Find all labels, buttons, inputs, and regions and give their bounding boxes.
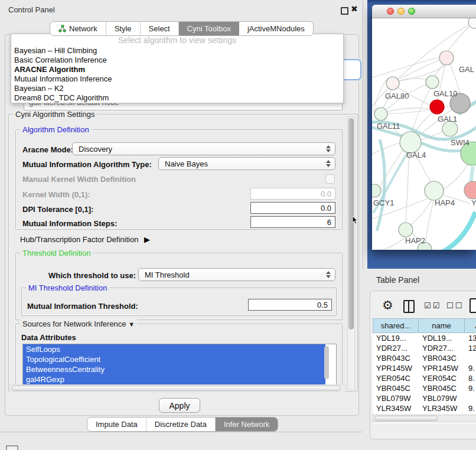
table-row[interactable]: YBR045C YBR045C 9.	[373, 383, 476, 393]
settings-horizontal-scrollbar[interactable]	[9, 384, 346, 392]
cell[interactable]: YBR043C	[419, 353, 465, 363]
tab-impute-data[interactable]: Impute Data	[87, 418, 146, 431]
columns-icon[interactable]	[403, 300, 415, 313]
node-gal80[interactable]	[386, 77, 399, 90]
tab-jactivemnodules[interactable]: jActiveMNodules	[239, 22, 313, 35]
tab-infer-network[interactable]: Infer Network	[216, 418, 278, 431]
tab-select[interactable]: Select	[141, 22, 179, 35]
export-table-icon[interactable]	[470, 298, 476, 313]
table-row[interactable]: YDR27... YDR27... 12	[373, 343, 476, 353]
cell[interactable]: 9.	[465, 363, 476, 373]
network-canvas[interactable]: GAL GAL80 GAL10 GAL1 GAL11 SWI4 GAL4 GCY…	[372, 18, 476, 250]
close-traffic-light[interactable]	[387, 8, 394, 15]
tab-discretize-data[interactable]: Discretize Data	[146, 418, 216, 431]
cell[interactable]: YBR045C	[373, 383, 419, 393]
network-window-titlebar[interactable]	[372, 5, 476, 18]
cell[interactable]: YBL079W	[419, 393, 465, 403]
deselect-all-checkboxes-icon[interactable]: ☐☐	[446, 301, 464, 310]
settings-hscroll-thumb[interactable]	[11, 386, 341, 391]
cell[interactable]: YDR27...	[419, 343, 465, 353]
gear-icon[interactable]: ⚙	[382, 299, 393, 311]
cell[interactable]: 12	[465, 343, 476, 353]
manual-kernel-checkbox[interactable]	[325, 174, 335, 184]
table-row[interactable]: YBL079W YBL079W	[373, 393, 476, 403]
settings-vertical-scrollbar[interactable]	[347, 116, 355, 390]
column-header[interactable]: A	[465, 318, 476, 333]
node-gal4[interactable]	[400, 132, 421, 153]
node-gcy1[interactable]	[372, 184, 381, 197]
table-hscroll-thumb[interactable]	[374, 416, 438, 421]
sources-title[interactable]: Sources for Network Inference ▼	[20, 319, 137, 328]
tab-cyni-toolbox[interactable]: Cyni Toolbox	[179, 22, 239, 35]
table-row[interactable]: YDL19... YDL19... 13	[373, 333, 476, 343]
tab-style-label: Style	[115, 24, 132, 33]
cell[interactable]: YBL079W	[373, 393, 419, 403]
mi-steps-field[interactable]: 6	[250, 216, 335, 228]
float-window-icon[interactable]	[341, 7, 348, 15]
zoom-traffic-light[interactable]	[408, 8, 415, 15]
apply-button[interactable]: Apply	[159, 398, 200, 413]
tab-network[interactable]: Network	[50, 22, 106, 35]
cell[interactable]: 8.	[465, 373, 476, 383]
cell[interactable]: YPR145W	[373, 363, 419, 373]
data-attributes-label: Data Attributes	[21, 333, 76, 342]
attribute-item[interactable]: TopologicalCoefficient	[23, 354, 325, 364]
kernel-width-field[interactable]: 0.0	[250, 188, 335, 200]
list-scrollbar-thumb[interactable]	[324, 346, 329, 379]
aracne-mode-combo[interactable]: Discovery	[72, 142, 335, 155]
cell[interactable]: YBR045C	[419, 383, 465, 393]
cell[interactable]: YBR043C	[373, 353, 419, 363]
cell[interactable]: YER054C	[419, 373, 465, 383]
cell[interactable]	[465, 353, 476, 363]
cell[interactable]: YLR345W	[373, 403, 419, 413]
table-horizontal-scrollbar[interactable]	[373, 415, 476, 422]
stepper-arrows-icon	[326, 271, 331, 278]
cell[interactable]: YLR345W	[419, 403, 465, 413]
cell[interactable]: YDL19...	[419, 333, 465, 343]
table-row[interactable]: YLR345W YLR345W 9.	[373, 403, 476, 413]
tab-style[interactable]: Style	[106, 22, 141, 35]
which-threshold-combo[interactable]: MI Threshold	[138, 268, 335, 281]
cell[interactable]: 9.	[465, 383, 476, 393]
algorithm-option[interactable]: Dream8 DC_TDC Algorithm	[11, 93, 343, 103]
mi-type-combo[interactable]: Naive Bayes	[158, 157, 335, 170]
attribute-item[interactable]: SelfLoops	[23, 344, 325, 354]
table-row[interactable]: YPR145W YPR145W 9.	[373, 363, 476, 373]
algorithm-option[interactable]: Basic Correlation Inference	[11, 56, 343, 65]
select-all-checkboxes-icon[interactable]: ☑☑	[424, 301, 441, 310]
node-gal-pink[interactable]	[439, 51, 454, 65]
table-row[interactable]: YER054C YER054C 8.	[373, 373, 476, 383]
attribute-item[interactable]: BetweennessCentrality	[23, 364, 325, 374]
mi-threshold-field[interactable]: 0.5	[248, 299, 332, 311]
node-gal10[interactable]	[426, 76, 439, 89]
algorithm-combo-fragment[interactable]	[341, 59, 361, 80]
algorithm-option[interactable]: Bayesian – Hill Climbing	[11, 46, 343, 56]
cell[interactable]: YDL19...	[373, 333, 419, 343]
network-selector-combo-clipped[interactable]: galFiltered.sif default node	[24, 102, 343, 110]
node-salmon[interactable]	[464, 181, 476, 199]
node-hap4[interactable]	[425, 181, 444, 200]
cell[interactable]: 13	[465, 333, 476, 343]
cell[interactable]	[465, 393, 476, 403]
cell[interactable]: YPR145W	[419, 363, 465, 373]
column-header[interactable]: shared...	[373, 318, 419, 333]
close-icon[interactable]: ✖	[351, 4, 358, 14]
attribute-item[interactable]: gal4RGexp	[23, 374, 325, 384]
cell[interactable]: YER054C	[373, 373, 419, 383]
node-gal11[interactable]	[374, 107, 387, 120]
cell[interactable]: 9.	[465, 403, 476, 413]
minimize-traffic-light[interactable]	[397, 8, 405, 15]
dpi-tolerance-field[interactable]: 0.0	[250, 202, 335, 214]
tab-network-label: Network	[69, 24, 97, 33]
clipped-bottom-button[interactable]	[6, 445, 18, 450]
algorithm-option[interactable]: Bayesian – K2	[11, 84, 343, 93]
node-gal1-red[interactable]	[430, 100, 444, 114]
hub-definition-expander[interactable]: Hub/Transcription Factor Definition ▶	[20, 235, 150, 244]
column-header[interactable]: name	[419, 318, 465, 333]
node-hap2[interactable]	[399, 223, 413, 237]
algorithm-option[interactable]: Mutual Information Inference	[11, 74, 343, 84]
cell[interactable]: YDR27...	[373, 343, 419, 353]
tab-jactivemnodules-label: jActiveMNodules	[247, 24, 305, 33]
algorithm-option-selected[interactable]: ARACNE Algorithm	[11, 65, 343, 74]
table-row[interactable]: YBR043C YBR043C	[373, 353, 476, 363]
